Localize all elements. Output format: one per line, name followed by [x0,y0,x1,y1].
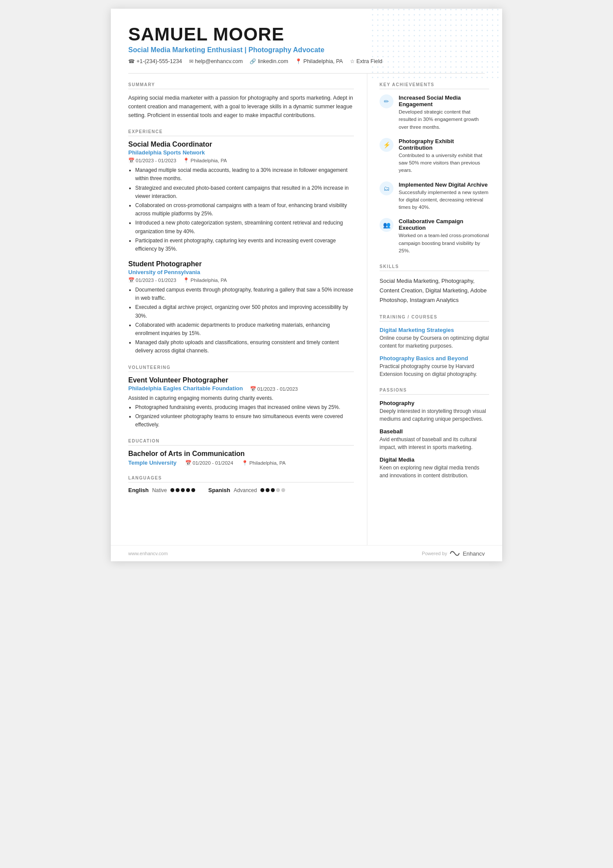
vol-desc-1: Assisted in capturing engaging moments d… [128,395,354,401]
dot-s3 [271,488,275,492]
language-english: English Native [128,487,195,493]
dot-s5 [281,488,285,492]
vol-company-row-1: Philadelphia Eagles Charitable Foundatio… [128,385,354,393]
edu-meta-row-1: Temple University 📅 01/2020 - 01/2024 📍 … [128,459,354,466]
pencil-icon: ✏ [384,98,389,105]
linkedin-value: linkedin.com [258,58,288,64]
training-title-2: Photography Basics and Beyond [380,355,489,362]
skills-text: Social Media Marketing, Photography, Con… [380,276,489,305]
edu-school-1: Temple University [128,459,177,466]
job-block-2: Student Photographer University of Penns… [128,260,354,355]
dot-e3 [181,488,185,492]
footer-website: www.enhancv.com [128,551,168,556]
phone-value: +1-(234)-555-1234 [137,58,182,64]
location-value: Philadelphia, PA [303,58,343,64]
lang-dots-spanish [260,488,285,492]
achievement-desc-4: Worked on a team-led cross-promotional c… [399,232,489,255]
calendar-icon-vol: 📅 [250,386,256,392]
education-label: EDUCATION [128,439,354,446]
achievement-icon-wrap-4: 👥 [380,218,393,232]
passion-desc-2: Avid enthusiast of baseball and its cult… [380,436,489,451]
achievements-label: KEY ACHIEVEMENTS [380,82,489,89]
email-value: help@enhancv.com [195,58,243,64]
achievement-4: 👥 Collaborative Campaign Execution Worke… [380,218,489,255]
main-body: SUMMARY Aspiring social media marketer w… [111,74,502,545]
enhancv-logo-icon [450,550,460,557]
dot-decoration [372,9,502,78]
bullet-1-3: Collaborated on cross-promotional campai… [135,201,354,218]
achievement-1: ✏ Increased Social Media Engagement Deve… [380,94,489,131]
phone-contact: ☎ +1-(234)-555-1234 [128,58,182,64]
dot-s2 [266,488,270,492]
pin-icon-edu: 📍 [242,460,248,466]
brand-name: Enhancv [463,550,485,557]
achievement-desc-2: Contributed to a university exhibit that… [399,152,489,174]
passions-label: PASSIONS [380,388,489,395]
training-label: TRAINING / COURSES [380,315,489,322]
achievement-desc-3: Successfully implemented a new system fo… [399,189,489,211]
passion-desc-3: Keen on exploring new digital media tren… [380,464,489,479]
dot-e2 [176,488,180,492]
achievement-title-2: Photography Exhibit Contribution [399,138,489,151]
training-1: Digital Marketing Strategies Online cour… [380,327,489,350]
training-section: TRAINING / COURSES Digital Marketing Str… [380,315,489,378]
link-icon: 🔗 [250,58,256,64]
edu-dates-1: 📅 01/2020 - 01/2024 [185,460,233,466]
pin-icon-2: 📍 [183,277,189,283]
job-company-1: Philadelphia Sports Network [128,149,354,156]
achievements-section: KEY ACHIEVEMENTS ✏ Increased Social Medi… [380,82,489,255]
lightning-icon: ⚡ [383,141,390,148]
collab-icon: 👥 [383,221,390,228]
svg-rect-1 [372,9,502,78]
passion-title-3: Digital Media [380,456,489,463]
dot-s1 [260,488,264,492]
passions-section: PASSIONS Photography Deeply interested i… [380,388,489,479]
vol-title-1: Event Volunteer Photographer [128,376,354,384]
lang-level-spanish: Advanced [234,487,257,493]
passion-2: Baseball Avid enthusiast of baseball and… [380,428,489,451]
job-block-1: Social Media Coordinator Philadelphia Sp… [128,141,354,253]
vol-bullets-1: Photographed fundraising events, produci… [128,403,354,429]
calendar-icon-edu: 📅 [185,460,191,466]
achievement-desc-1: Developed strategic content that resulte… [399,108,489,131]
star-icon: ☆ [350,58,355,64]
achievement-2: ⚡ Photography Exhibit Contribution Contr… [380,138,489,174]
passion-title-2: Baseball [380,428,489,435]
dot-s4 [276,488,280,492]
achievement-title-3: Implemented New Digital Archive [399,181,489,188]
bullet-1-2: Strategized and executed photo-based con… [135,184,354,201]
achievement-icon-wrap-1: ✏ [380,94,393,108]
footer-brand: Powered by Enhancv [422,550,485,557]
volunteering-section: VOLUNTEERING Event Volunteer Photographe… [128,365,354,429]
job-meta-1: 📅 01/2023 - 01/2023 📍 Philadelphia, PA [128,158,354,164]
lang-dots-english [170,488,195,492]
job-title-1: Social Media Coordinator [128,141,354,148]
vol-bullet-1-2: Organized volunteer photography teams to… [135,412,354,429]
email-icon: ✉ [189,58,193,64]
phone-icon: ☎ [128,58,135,64]
passion-1: Photography Deeply interested in storyte… [380,400,489,423]
resume-page: SAMUEL MOORE Social Media Marketing Enth… [111,9,502,561]
languages-label: LANGUAGES [128,476,354,483]
achievement-title-1: Increased Social Media Engagement [399,94,489,107]
job-meta-2: 📅 01/2023 - 01/2023 📍 Philadelphia, PA [128,277,354,283]
job-dates-2: 📅 01/2023 - 01/2023 [128,277,176,283]
lang-name-english: English [128,487,149,493]
left-column: SUMMARY Aspiring social media marketer w… [111,74,367,545]
achievement-content-1: Increased Social Media Engagement Develo… [399,94,489,131]
job-bullets-2: Documented campus events through photogr… [128,286,354,355]
powered-by-text: Powered by [422,551,447,556]
bullet-2-3: Collaborated with academic departments t… [135,321,354,338]
passion-3: Digital Media Keen on exploring new digi… [380,456,489,479]
achievement-content-2: Photography Exhibit Contribution Contrib… [399,138,489,174]
bullet-1-5: Participated in event photography, captu… [135,237,354,253]
location-icon: 📍 [295,58,302,64]
achievement-icon-wrap-3: 🗂 [380,181,393,195]
passion-desc-1: Deeply interested in storytelling throug… [380,407,489,423]
archive-icon: 🗂 [383,185,390,192]
edu-degree-1: Bachelor of Arts in Communication [128,450,354,458]
job-bullets-1: Managed multiple social media accounts, … [128,166,354,253]
calendar-icon-1: 📅 [128,158,134,164]
achievement-content-4: Collaborative Campaign Execution Worked … [399,218,489,255]
achievement-icon-wrap-2: ⚡ [380,138,393,152]
